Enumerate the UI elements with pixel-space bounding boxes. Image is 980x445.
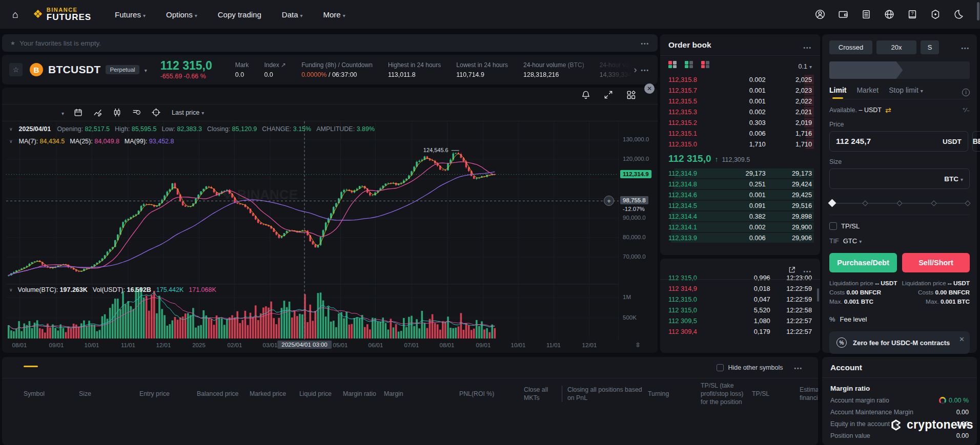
info-icon[interactable]: i (962, 89, 970, 96)
scroll-to-latest-icon[interactable]: ⇳ (635, 341, 641, 349)
order-type-tab[interactable]: Limit (829, 86, 846, 99)
orderbook-more-icon[interactable] (803, 43, 812, 52)
stats-scroll-right-icon[interactable]: › (634, 65, 637, 75)
tif-selector[interactable]: GTC (843, 237, 862, 245)
orderbook-mode-both-icon[interactable] (668, 61, 677, 68)
slider-stop[interactable] (862, 200, 868, 206)
calculator-icon[interactable]: ⁺∕₋ (962, 107, 970, 114)
rewards-icon[interactable] (929, 8, 942, 20)
nav-menu-item[interactable]: Futures (115, 10, 146, 19)
display-settings-icon[interactable] (132, 108, 142, 118)
bid-row[interactable]: 112,314.40.38229,898 (668, 211, 812, 222)
profile-icon[interactable] (814, 8, 826, 20)
zero-fee-banner[interactable]: % Zero fee for USDC-M contracts ✕ (829, 331, 970, 354)
positions-more-icon[interactable] (794, 363, 803, 372)
mode-s-button[interactable]: S (921, 40, 939, 54)
expand-icon[interactable] (603, 90, 615, 101)
chart-edit-icon[interactable] (93, 108, 103, 118)
price-chart-canvas[interactable]: ❖ BINANCE (6, 121, 619, 341)
symbol-dropdown-icon[interactable] (142, 65, 147, 74)
size-slider[interactable] (829, 200, 970, 206)
precision-selector[interactable]: 0.1 (799, 63, 812, 70)
bid-row[interactable]: 112,313.90.00629,906 (668, 232, 812, 243)
pop-out-icon[interactable] (788, 266, 796, 276)
favorite-star-button[interactable]: ☆ (9, 63, 23, 76)
ask-row[interactable]: 112,315.01,7101,710 (668, 139, 812, 150)
margin-mode-button[interactable]: Crossed (829, 40, 872, 54)
bid-row[interactable]: 112,314.929,17329,173 (668, 168, 812, 179)
ask-row[interactable]: 112,315.50.0012,022 (668, 96, 812, 107)
price-axis[interactable]: 130,000.0120,000.090,000.080,000.070,000… (619, 121, 658, 341)
trade-more-icon[interactable] (961, 43, 970, 52)
ask-row[interactable]: 112,315.20.3032,019 (668, 117, 812, 128)
fee-level-label[interactable]: Fee level (840, 315, 867, 323)
nav-menu-item[interactable]: More (323, 10, 345, 19)
nav-menu-item[interactable]: Options (166, 10, 197, 19)
interval-dropdown-icon[interactable] (59, 108, 64, 117)
guide-icon[interactable]: ? (906, 8, 918, 20)
position-side-tab[interactable] (829, 61, 903, 79)
price-input[interactable] (836, 137, 943, 146)
hide-other-symbols-checkbox[interactable] (717, 364, 724, 371)
ask-row[interactable]: 112,315.30.0022,021 (668, 107, 812, 117)
nav-menu-item[interactable]: Data (282, 10, 303, 19)
symbol-name[interactable]: BTCUSDT (48, 63, 100, 76)
time-axis[interactable]: 08/0109/0110/0111/0112/01202502/0103/012… (6, 342, 619, 352)
calendar-icon[interactable] (73, 108, 84, 118)
bid-row[interactable]: 112,314.60.00129,425 (668, 189, 812, 200)
order-type-tab[interactable]: Stop limit (889, 86, 923, 99)
alert-bell-icon[interactable] (581, 90, 592, 101)
bid-row[interactable]: 112,314.80.25129,424 (668, 179, 812, 189)
deal-row[interactable]: 112 309,40,17912:22:57 (668, 326, 812, 337)
orderbook-mode-asks-icon[interactable] (701, 61, 709, 68)
deal-row[interactable]: 112 315,05,52012:22:58 (668, 305, 812, 315)
collapse-icon[interactable]: ∨ (9, 126, 13, 132)
size-unit-selector[interactable]: BTC (944, 175, 963, 183)
candle-style-icon[interactable] (112, 108, 122, 118)
ticker-more-icon[interactable] (641, 65, 649, 74)
slider-handle[interactable] (828, 199, 836, 207)
price-mode-selector[interactable]: Last price (172, 109, 204, 116)
binance-futures-logo[interactable]: ❖ BINANCE FUTURES (33, 7, 91, 22)
globe-icon[interactable] (883, 8, 895, 20)
deal-row[interactable]: 112 314,90,01812:22:59 (668, 283, 812, 294)
moon-icon[interactable] (952, 8, 965, 20)
swap-icon[interactable]: ⇄ (885, 106, 891, 114)
orders-icon[interactable] (860, 8, 872, 20)
close-chart-icon[interactable]: ✕ (644, 83, 655, 94)
orderbook-mid-price[interactable]: 112 315,0 ↑ 112,309.5 (668, 150, 812, 168)
nav-menu-item[interactable]: Copy trading (218, 10, 261, 19)
wallet-icon[interactable] (837, 8, 849, 20)
slider-stop[interactable] (896, 200, 902, 206)
ma-item: MA(25): 84,049.8 (70, 138, 119, 145)
ask-row[interactable]: 112,315.80.0022,025 (668, 74, 812, 85)
orderbook-asks: 112,315.80.0022,025112,315.70.0012,02311… (668, 74, 812, 150)
bid-row[interactable]: 112,314.50.09129,516 (668, 200, 812, 211)
collapse-icon[interactable]: ∨ (9, 287, 13, 292)
ask-row[interactable]: 112,315.70.0012,023 (668, 85, 812, 96)
slider-stop[interactable] (965, 200, 970, 206)
slider-stop[interactable] (931, 200, 936, 206)
collapse-icon[interactable]: ∨ (9, 139, 13, 144)
deals-scrollbar[interactable] (817, 288, 819, 302)
target-icon[interactable] (151, 108, 161, 118)
orderbook-mode-bids-icon[interactable] (685, 61, 693, 68)
bbo-button[interactable]: BBO (972, 131, 980, 152)
leverage-button[interactable]: 20x (876, 40, 916, 54)
banner-close-icon[interactable]: ✕ (959, 335, 965, 343)
ask-row[interactable]: 112,315.10.0061,716 (668, 128, 812, 139)
position-side-tab[interactable] (896, 61, 970, 79)
bid-row[interactable]: 112,314.10.00229,900 (668, 222, 812, 232)
page-scrollbar[interactable] (977, 2, 979, 20)
favorites-more-icon[interactable] (641, 38, 649, 48)
layout-modules-icon[interactable] (626, 90, 637, 101)
sell-button[interactable]: Sell/Short (902, 253, 970, 272)
buy-button[interactable]: Purchase/Debt (829, 253, 897, 272)
deal-row[interactable]: 112,315.00,04712:22:59 (668, 294, 812, 305)
tpsl-checkbox[interactable] (829, 222, 837, 230)
order-type-tab[interactable]: Market (856, 86, 879, 99)
home-icon[interactable]: ⌂ (12, 9, 18, 20)
deal-row[interactable]: 112 309,51,08012:22:57 (668, 315, 812, 326)
deals-more-icon[interactable] (803, 266, 812, 276)
size-input[interactable] (836, 174, 944, 183)
